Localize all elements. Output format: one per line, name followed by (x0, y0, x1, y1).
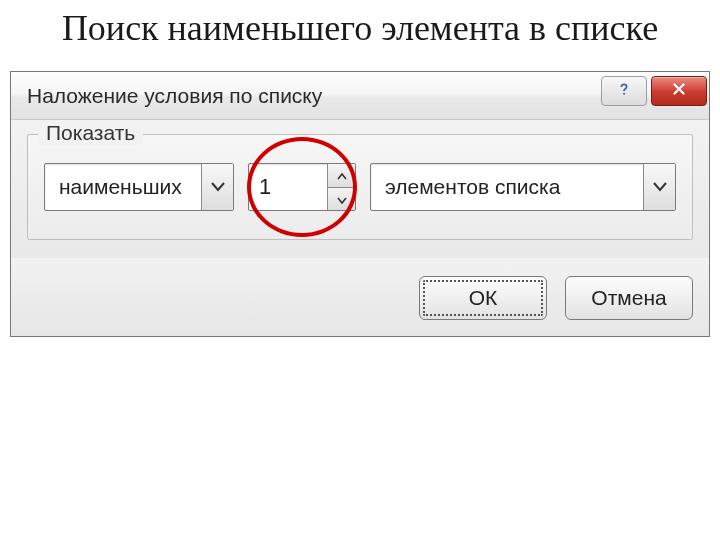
help-button[interactable] (601, 76, 647, 106)
chevron-down-icon (653, 178, 667, 196)
titlebar: Наложение условия по списку (11, 72, 709, 120)
count-spinner[interactable]: 1 (248, 163, 356, 211)
dialog-title: Наложение условия по списку (27, 84, 322, 108)
mode-dropdown-button[interactable] (201, 164, 233, 210)
cancel-button[interactable]: Отмена (565, 276, 693, 320)
dialog-window: Наложение условия по списку Показать наи… (10, 71, 710, 337)
count-spinner-value[interactable]: 1 (249, 164, 327, 210)
spinner-up-button[interactable] (328, 164, 355, 187)
titlebar-controls (601, 86, 709, 106)
chevron-down-icon (211, 178, 225, 196)
show-group: Показать наименьших 1 (27, 134, 693, 240)
unit-dropdown[interactable]: элементов списка (370, 163, 676, 211)
unit-dropdown-value: элементов списка (371, 164, 643, 210)
help-icon (615, 80, 633, 102)
close-icon (670, 80, 688, 102)
page-title: Поиск наименьшего элемента в списке (0, 0, 720, 71)
spinner-down-button[interactable] (328, 187, 355, 211)
count-spinner-wrap: 1 (248, 163, 356, 211)
mode-dropdown-value: наименьших (45, 164, 201, 210)
unit-dropdown-button[interactable] (643, 164, 675, 210)
dialog-body: Показать наименьших 1 (11, 120, 709, 258)
close-button[interactable] (651, 76, 707, 106)
ok-button[interactable]: ОК (419, 276, 547, 320)
dialog-footer: ОК Отмена (11, 258, 709, 336)
spinner-buttons (327, 164, 355, 210)
controls-row: наименьших 1 (44, 163, 676, 211)
group-label: Показать (38, 121, 143, 145)
chevron-down-icon (337, 190, 347, 208)
svg-point-0 (623, 92, 625, 94)
mode-dropdown[interactable]: наименьших (44, 163, 234, 211)
chevron-up-icon (337, 166, 347, 184)
